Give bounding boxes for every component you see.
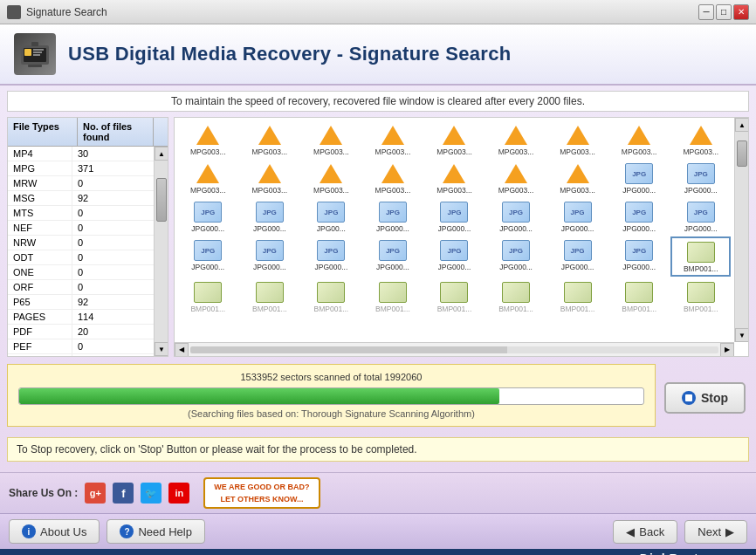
titlebar-controls[interactable]: ─ □ ✕ [698,4,749,20]
scroll-right-arrow[interactable]: ▶ [720,343,734,357]
thumbnail-item[interactable]: MPG003... [178,160,238,196]
file-list-header: File Types No. of files found [8,118,168,147]
thumbnail-item[interactable]: JPGJPG000... [609,236,670,277]
close-button[interactable]: ✕ [733,4,749,20]
info-icon: i [22,524,36,538]
list-item: MTS0 [8,206,154,221]
feedback-button[interactable]: WE ARE GOOD OR BAD? LET OTHERS KNOW... [203,477,320,509]
thumbnail-item[interactable]: JPGJPG000... [240,236,300,277]
list-item: MPG371 [8,161,154,176]
thumbnail-item[interactable]: MPG003... [670,121,731,158]
scroll-left-arrow[interactable]: ◀ [175,343,189,357]
list-item: P6592 [8,295,154,310]
help-icon: ? [120,524,134,538]
scroll-down-arrow[interactable]: ▼ [155,342,168,356]
thumbnail-item[interactable]: MPG003... [240,160,300,196]
thumbnail-item[interactable]: BMP001... [670,236,731,277]
maximize-button[interactable]: □ [716,4,732,20]
content-row: File Types No. of files found MP430 MPG3… [7,117,749,357]
svg-rect-3 [33,49,44,51]
thumbnail-item[interactable]: MPG003... [424,121,485,158]
col-files-found: No. of files found [78,118,154,146]
thumbnail-item[interactable]: MPG003... [240,121,300,158]
stop-btn-container: Stop [664,364,749,432]
file-list-vscrollbar[interactable]: ▲ ▼ [154,147,168,356]
twitter-share-icon[interactable]: 🐦 [141,483,162,504]
thumbnail-item[interactable]: MPG003... [547,121,608,158]
app-title: USB Digital Media Recovery - Signature S… [68,43,511,65]
status-text: To Stop recovery, click on 'Stop' Button… [17,443,417,456]
minimize-button[interactable]: ─ [698,4,714,20]
thumbnail-item[interactable]: MPG003... [178,121,238,158]
need-help-button[interactable]: ? Need Help [107,519,204,544]
thumbnail-item[interactable]: JPGJPG000... [486,198,546,235]
linkedin-share-icon[interactable]: in [168,483,189,504]
col-file-types: File Types [8,118,78,146]
scroll-down-arrow[interactable]: ▼ [735,328,748,342]
thumbnail-item[interactable]: MPG003... [363,160,423,196]
progress-area: 1533952 sectors scanned of total 1992060… [7,364,656,427]
facebook-share-icon[interactable]: f [113,483,134,504]
thumbnail-item[interactable]: BMP001... [609,278,670,315]
titlebar-left: Signature Search [7,5,107,19]
thumbnail-item[interactable]: JPGJPG000... [363,236,423,277]
about-us-button[interactable]: i About Us [9,519,100,544]
scroll-up-arrow[interactable]: ▲ [155,147,168,161]
svg-rect-5 [33,54,40,56]
thumbnail-item[interactable]: BMP001... [178,278,238,315]
scroll-up-arrow[interactable]: ▲ [735,118,748,132]
thumbnail-item[interactable]: MPG003... [424,160,485,196]
list-item: NEF0 [8,221,154,236]
thumbnail-item[interactable]: JPGJPG000... [670,160,731,196]
brand-text2: .org [721,552,747,555]
thumbnails-hscrollbar[interactable]: ◀ ▶ [175,342,734,356]
thumbnail-item[interactable]: JPGJPG000... [424,198,485,235]
thumbnail-item[interactable]: JPGJPG000... [424,236,485,277]
thumbnail-item[interactable]: MPG003... [547,160,608,196]
thumbnail-item[interactable]: JPGJPG000... [486,236,546,277]
thumbnail-item[interactable]: JPGJPG000... [363,198,423,235]
thumbnail-item[interactable]: JPGJPG000... [609,198,670,235]
thumbnail-item[interactable]: MPG003... [363,121,423,158]
thumbnail-item[interactable]: MPG003... [486,160,546,196]
thumbnail-item[interactable]: JPGJPG000... [547,236,608,277]
thumbnail-item[interactable]: JPGJPG00... [301,198,361,235]
thumbnail-item[interactable]: MPG003... [301,121,361,158]
thumbnail-item[interactable]: MPG003... [609,121,670,158]
thumbnail-item[interactable]: BMP001... [424,278,485,315]
list-item: MRW0 [8,176,154,191]
thumbnails-panel: MPG003... MPG003... MPG003... MPG003... … [174,117,749,357]
thumbnail-item[interactable]: JPGJPG000... [547,198,608,235]
thumbnail-item[interactable]: JPGJPG000... [301,236,361,277]
app-header: USB Digital Media Recovery - Signature S… [0,24,756,86]
hscroll-track [190,346,718,353]
thumbnail-item[interactable]: BMP001... [486,278,546,315]
thumbnail-item[interactable]: BMP001... [363,278,423,315]
back-arrow-icon: ◀ [626,525,635,538]
back-label: Back [639,525,664,538]
thumbnail-item[interactable]: BMP001... [240,278,300,315]
thumbnail-item[interactable]: MPG003... [301,160,361,196]
thumbnail-item[interactable]: JPGJPG000... [178,198,238,235]
next-button[interactable]: Next ▶ [684,520,747,544]
thumbnail-item[interactable]: MPG003... [486,121,546,158]
thumbnail-item[interactable]: JPGJPG000... [670,198,731,235]
share-label: Share Us On : [9,487,78,499]
stop-button[interactable]: Stop [664,382,746,414]
svg-rect-6 [31,42,38,46]
thumbnail-item[interactable]: JPGJPG000... [178,236,238,277]
titlebar: Signature Search ─ □ ✕ [0,0,756,24]
help-label: Need Help [138,525,191,538]
google-plus-share-icon[interactable]: g+ [85,483,106,504]
info-bar: To maintain the speed of recovery, recov… [7,91,749,112]
thumbnail-item[interactable]: BMP001... [670,278,731,315]
thumbnails-grid: MPG003... MPG003... MPG003... MPG003... … [175,118,734,277]
back-button[interactable]: ◀ Back [613,520,677,544]
file-list-scroll[interactable]: MP430 MPG371 MRW0 MSG92 MTS0 NEF0 NRW0 O… [8,147,154,356]
thumbnail-item[interactable]: BMP001... [301,278,361,315]
thumbnail-item[interactable]: JPGJPG000... [609,160,670,196]
thumbnails-vscrollbar[interactable]: ▲ ▼ [734,118,748,342]
list-item: MP430 [8,147,154,161]
thumbnail-item[interactable]: BMP001... [547,278,608,315]
thumbnail-item[interactable]: JPGJPG000... [240,198,300,235]
